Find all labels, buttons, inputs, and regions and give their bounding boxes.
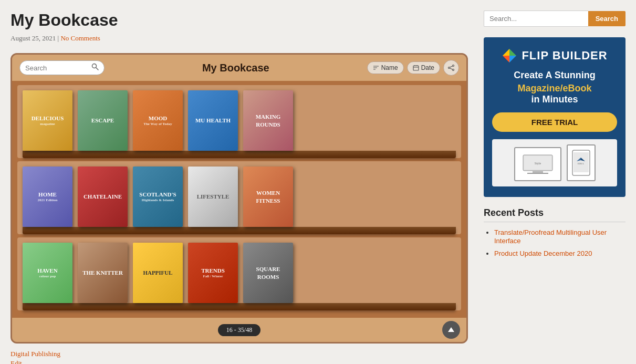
svg-marker-18 bbox=[503, 56, 509, 63]
sort-name-label: Name bbox=[381, 64, 398, 71]
svg-text:IDEA: IDEA bbox=[578, 162, 584, 165]
shelf-row-2: HOME 2021 Edition CHATELAINE SCOTLAND'S bbox=[17, 161, 461, 234]
digital-publishing-link[interactable]: Digital Publishing bbox=[11, 350, 468, 358]
share-button[interactable] bbox=[443, 60, 459, 76]
svg-text:Style: Style bbox=[534, 162, 541, 165]
list-item: Product Update December 2020 bbox=[494, 249, 625, 258]
list-item: Translate/Proofread Multilingual User In… bbox=[494, 228, 625, 245]
book-delicious[interactable]: delicious magazine bbox=[23, 90, 72, 151]
sidebar-search: Search bbox=[484, 11, 625, 27]
book-womensfitness[interactable]: Women Fitness bbox=[243, 167, 293, 227]
book-scotland[interactable]: SCOTLAND'S Highlands & Islands bbox=[133, 167, 183, 227]
pagination-info: 16 - 35/48 bbox=[218, 324, 260, 336]
edit-link[interactable]: Edit bbox=[11, 359, 468, 364]
book-makingrounds[interactable]: MAKING ROUNDS bbox=[243, 90, 293, 151]
bookcase-footer: 16 - 35/48 bbox=[12, 318, 466, 342]
bookcase-widget: My Bookcase Name bbox=[11, 53, 468, 344]
sidebar-search-input[interactable] bbox=[484, 11, 588, 27]
flip-ad-subtext: in Minutes bbox=[492, 94, 617, 105]
scroll-top-button[interactable] bbox=[442, 321, 460, 339]
shelf-plank-1 bbox=[23, 151, 456, 158]
book-lifestyle[interactable]: Lifestyle bbox=[188, 167, 238, 227]
shelf-books-1: delicious magazine ESCAPE MOOD bbox=[23, 90, 456, 151]
book-happiful[interactable]: happiful bbox=[133, 243, 183, 303]
book-trends[interactable]: TRENDS Fall / Winter bbox=[188, 243, 238, 303]
flip-ad-highlight: Magazine/eBook bbox=[492, 83, 617, 94]
sort-name-button[interactable]: Name bbox=[367, 61, 404, 74]
flip-ad-cta-button[interactable]: FREE TRIAL bbox=[492, 112, 617, 132]
svg-line-13 bbox=[450, 68, 452, 69]
bookcase-search-box[interactable] bbox=[19, 60, 105, 75]
svg-marker-19 bbox=[503, 49, 509, 56]
book-knitter[interactable]: the Knitter bbox=[78, 243, 128, 303]
book-squarerooms[interactable]: Square Rooms bbox=[243, 243, 293, 303]
book-chatelaine[interactable]: CHATELAINE bbox=[78, 167, 128, 227]
main-content: My Bookcase August 25, 2021 | No Comment… bbox=[11, 11, 468, 364]
recent-post-1-link[interactable]: Translate/Proofread Multilingual User In… bbox=[494, 228, 607, 245]
post-date: August 25, 2021 bbox=[11, 34, 56, 42]
search-icon bbox=[91, 63, 99, 72]
flip-logo-text: FLIP BUILDER bbox=[522, 49, 607, 63]
bookcase-title: My Bookcase bbox=[202, 62, 269, 74]
shelf-books-2: HOME 2021 Edition CHATELAINE SCOTLAND'S bbox=[23, 167, 456, 227]
svg-line-1 bbox=[96, 68, 99, 70]
recent-posts-section: Recent Posts Translate/Proofread Multili… bbox=[484, 207, 625, 258]
book-home[interactable]: HOME 2021 Edition bbox=[23, 167, 72, 227]
flip-builder-icon bbox=[502, 48, 517, 64]
bookcase-shelves: delicious magazine ESCAPE MOOD bbox=[12, 81, 466, 318]
post-separator: | bbox=[58, 34, 59, 42]
shelf-books-3: Haven colour pop the Knitter happiful bbox=[23, 243, 456, 303]
footer-links: Digital Publishing Edit bbox=[11, 350, 468, 364]
sidebar: Search FLIP BUILDER Create A Stunning Ma… bbox=[484, 11, 625, 364]
svg-marker-14 bbox=[448, 327, 454, 332]
book-escape[interactable]: ESCAPE bbox=[78, 90, 128, 151]
flip-ad-mockup: Style IDEA bbox=[492, 139, 617, 186]
svg-marker-16 bbox=[509, 49, 516, 56]
sidebar-search-button[interactable]: Search bbox=[588, 11, 625, 26]
flip-ad-logo: FLIP BUILDER bbox=[492, 48, 617, 64]
shelf-row-3: Haven colour pop the Knitter happiful bbox=[17, 237, 461, 310]
bookcase-header: My Bookcase Name bbox=[12, 55, 466, 81]
svg-point-10 bbox=[453, 69, 454, 71]
shelf-plank-2 bbox=[23, 227, 456, 234]
recent-posts-list: Translate/Proofread Multilingual User In… bbox=[484, 228, 625, 258]
svg-rect-22 bbox=[527, 173, 548, 174]
shelf-plank-3 bbox=[23, 303, 456, 310]
svg-point-11 bbox=[449, 67, 450, 69]
flip-builder-ad: FLIP BUILDER Create A Stunning Magazine/… bbox=[484, 37, 625, 197]
svg-rect-21 bbox=[533, 171, 543, 173]
book-muhealth[interactable]: MU Health bbox=[188, 90, 238, 151]
bookcase-search-input[interactable] bbox=[25, 64, 88, 72]
sort-date-button[interactable]: Date bbox=[407, 61, 440, 74]
book-haven[interactable]: Haven colour pop bbox=[23, 243, 72, 303]
shelf-row-1: delicious magazine ESCAPE MOOD bbox=[17, 85, 461, 158]
book-mood[interactable]: MOOD The Way of Today bbox=[133, 90, 183, 151]
toolbar-right: Name Date bbox=[367, 60, 459, 76]
svg-marker-17 bbox=[509, 56, 516, 63]
svg-rect-5 bbox=[413, 66, 419, 70]
recent-post-2-link[interactable]: Product Update December 2020 bbox=[494, 249, 592, 257]
mockup-tablet: IDEA bbox=[567, 144, 596, 181]
svg-point-9 bbox=[453, 65, 454, 67]
flip-ad-headline: Create A Stunning bbox=[492, 70, 617, 81]
svg-line-12 bbox=[450, 66, 452, 67]
sort-date-label: Date bbox=[421, 64, 434, 71]
post-meta: August 25, 2021 | No Comments bbox=[11, 34, 468, 43]
page-title: My Bookcase bbox=[11, 11, 468, 30]
recent-posts-title: Recent Posts bbox=[484, 207, 625, 222]
no-comments-link[interactable]: No Comments bbox=[60, 34, 100, 42]
mockup-desktop: Style bbox=[514, 147, 561, 181]
